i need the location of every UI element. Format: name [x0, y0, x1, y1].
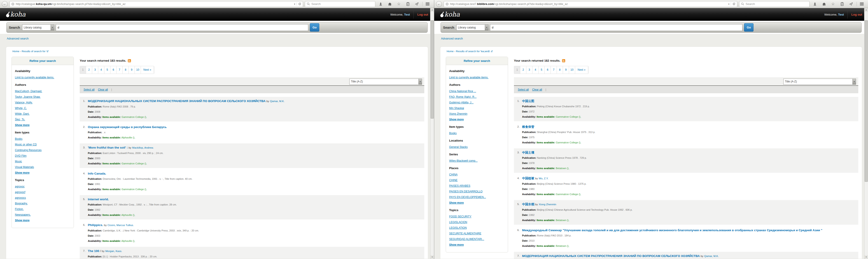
facet-link[interactable]: Visual Materials: [15, 165, 34, 169]
opac-search-input[interactable]: d: [490, 24, 742, 31]
facet-link[interactable]: SEGURIDAD ALIMENTARI...: [449, 237, 484, 241]
result-title-link[interactable]: 粮食保管: [522, 125, 534, 128]
facet-link[interactable]: Limit to currently available items.: [15, 76, 54, 79]
vertical-scrollbar[interactable]: ▲ ▼: [430, 8, 434, 259]
facet-link[interactable]: PAYS EN DEVELOPPEMEN...: [449, 196, 486, 199]
result-library-link[interactable]: Gammatron College (),: [556, 116, 581, 118]
facet-link[interactable]: MacCulloch, Diarmaid.: [15, 90, 42, 93]
go-button[interactable]: Go: [744, 23, 753, 32]
sort-select[interactable]: Title (A-Z) ▾: [349, 78, 422, 85]
clipboard-icon[interactable]: [838, 1, 846, 7]
result-author-link[interactable]: Wu, Z.Y.: [539, 177, 549, 180]
rss-icon[interactable]: [128, 59, 131, 62]
facet-link[interactable]: Gutiérrez-Albilla, J...: [449, 101, 473, 104]
pagination-page-link[interactable]: 2: [86, 66, 92, 74]
result-author-link[interactable]: Xiong Zhenmin: [539, 203, 556, 206]
facet-link[interactable]: Fiction.: [15, 207, 24, 211]
facet-link[interactable]: Music or other CD: [15, 143, 37, 146]
facet-link[interactable]: agrovoc: [15, 185, 25, 188]
catalog-select[interactable]: Library catalog ▾: [22, 24, 54, 31]
facet-link[interactable]: agrovocs: [15, 196, 26, 199]
pagination-page-link[interactable]: 7: [551, 66, 557, 74]
advanced-search-link[interactable]: Advanced search: [441, 37, 463, 40]
result-library-link[interactable]: Alphaville (),: [122, 136, 135, 139]
reload-button[interactable]: [731, 2, 736, 5]
pagination-page-link[interactable]: 10: [135, 66, 141, 74]
reload-button[interactable]: [297, 2, 301, 5]
facet-link[interactable]: Xiong Zhenmin: [449, 112, 467, 116]
facet-link[interactable]: Min Shaokai: [449, 106, 464, 110]
pagination-page-link[interactable]: 7: [117, 66, 123, 74]
facet-link[interactable]: Newspapers.: [15, 213, 31, 216]
result-title-link[interactable]: Международный Семинар "Улучшение вклада …: [522, 228, 823, 232]
result-author-link[interactable]: Cicero, Marcus Tullius.: [107, 224, 134, 226]
go-button[interactable]: Go: [310, 23, 319, 32]
result-author-link[interactable]: Qamar, M.K.: [704, 255, 719, 257]
pagination-page-link[interactable]: 9: [129, 66, 135, 74]
facet-link[interactable]: Ślez, Ts.: [15, 118, 25, 121]
share-icon[interactable]: [413, 1, 421, 7]
result-author-link[interactable]: Mackillop, Andrew.: [132, 146, 154, 149]
result-title-link[interactable]: The 100: [88, 249, 99, 253]
facet-link[interactable]: Biography.: [15, 202, 28, 205]
url-dropdown-caret[interactable]: ▾: [294, 3, 295, 5]
result-title-link[interactable]: Info Canada.: [88, 172, 106, 175]
result-title-link[interactable]: 中国土壤: [522, 151, 534, 154]
show-more-link[interactable]: Show more: [449, 201, 464, 204]
result-library-link[interactable]: Betatown (),: [556, 167, 569, 170]
opac-search-input[interactable]: d: [56, 24, 308, 31]
scroll-up-icon[interactable]: ▲: [864, 8, 868, 12]
result-title-link[interactable]: 中国水稻: [522, 202, 534, 206]
pagination-page-link[interactable]: 5: [104, 66, 111, 74]
result-library-link[interactable]: Gammatron College (),: [122, 116, 147, 118]
url-bar[interactable]: http://catalogue.test7.biblibre.com/cgi-…: [444, 1, 737, 7]
facet-link[interactable]: CHINE: [449, 179, 458, 182]
catalog-select[interactable]: Library catalog ▾: [456, 24, 489, 31]
koha-logo[interactable]: koha: [6, 11, 26, 18]
facet-link[interactable]: Wilde, Dani.: [15, 112, 30, 116]
breadcrumb-home-link[interactable]: Home: [447, 50, 454, 53]
result-library-link[interactable]: Gammatron College (),: [556, 193, 581, 196]
pagination-page-link[interactable]: 8: [123, 66, 129, 74]
facet-link[interactable]: PAISES EN DESARROLLO: [449, 190, 483, 193]
select-all-link[interactable]: Select all: [84, 88, 95, 91]
pagination-page-link[interactable]: 3: [92, 66, 98, 74]
result-title-link[interactable]: 'More fruitful than the soil' :: [88, 146, 128, 149]
facet-link[interactable]: Music: [15, 160, 22, 163]
result-title-link[interactable]: Philippics.: [88, 223, 103, 227]
browser-search-input[interactable]: Search: [739, 1, 809, 7]
share-icon[interactable]: [847, 1, 855, 7]
pagination-page-link[interactable]: 4: [98, 66, 104, 74]
rss-icon[interactable]: [562, 59, 565, 62]
clear-all-link[interactable]: Clear all: [532, 88, 542, 91]
pagination-next-link[interactable]: Next »: [575, 66, 588, 74]
pagination-page-link[interactable]: 5: [538, 66, 545, 74]
result-author-link[interactable]: Morgan, Kass.: [105, 250, 122, 253]
pagination-page-link[interactable]: 8: [557, 66, 563, 74]
scroll-down-icon[interactable]: ▼: [864, 255, 868, 259]
koha-logo[interactable]: koha: [440, 11, 460, 18]
result-title-link[interactable]: МОДЕРНИЗАЦИЯ НАЦИОНАЛЬНЫХ СИСТЕМ РАСПРОС…: [522, 254, 700, 258]
clear-all-link[interactable]: Clear all: [98, 88, 108, 91]
show-more-link[interactable]: Show more: [449, 118, 464, 121]
breadcrumb-current[interactable]: Results of search for 'kw,wrdl: d': [456, 50, 493, 53]
result-library-link[interactable]: Gammatron College (),: [122, 188, 147, 191]
logout-link[interactable]: Log out: [851, 13, 862, 16]
show-more-link[interactable]: Show more: [15, 124, 30, 127]
home-button[interactable]: [820, 1, 828, 7]
facet-link[interactable]: Continuing Resources: [15, 149, 41, 152]
result-title-link[interactable]: Internet world.: [88, 198, 109, 201]
result-title-link[interactable]: 中国云图: [522, 99, 534, 103]
vertical-scrollbar[interactable]: ▲ ▼: [864, 8, 868, 259]
facet-link[interactable]: Wiley-Blackwell comp...: [449, 159, 477, 162]
facet-link[interactable]: LEGISLACION: [449, 221, 467, 224]
facet-link[interactable]: Taylor, Joanne Shaw.: [15, 95, 40, 98]
menu-button[interactable]: [424, 2, 431, 6]
bookmark-star-icon[interactable]: ☆: [395, 1, 402, 7]
download-icon[interactable]: [811, 1, 818, 7]
select-all-link[interactable]: Select all: [518, 88, 529, 91]
facet-link[interactable]: FAO, Rome (Italy). R...: [449, 95, 476, 98]
clipboard-icon[interactable]: [404, 1, 411, 7]
breadcrumb-home-link[interactable]: Home: [12, 50, 20, 53]
breadcrumb-current[interactable]: Results of search for 'd': [22, 50, 49, 53]
